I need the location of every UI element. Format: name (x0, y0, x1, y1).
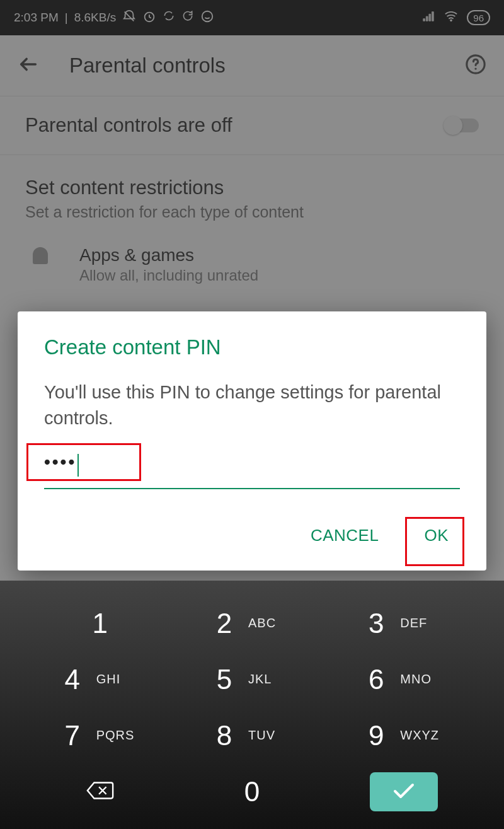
key-5-lbl: JKL (248, 672, 292, 687)
key-2-num: 2 (212, 608, 237, 639)
key-3-lbl: DEF (400, 616, 444, 630)
key-7-num: 7 (60, 720, 85, 751)
key-backspace[interactable] (30, 765, 169, 818)
key-7-lbl: PQRS (96, 728, 140, 743)
key-7[interactable]: 7PQRS (30, 709, 169, 762)
annotation-box-pin (26, 443, 141, 481)
numeric-keypad: 1 2ABC 3DEF 4GHI 5JKL 6MNO 7PQRS 8TUV 9W… (0, 581, 504, 829)
key-0-num: 0 (239, 776, 265, 808)
key-6-num: 6 (364, 664, 389, 695)
key-1-num: 1 (88, 608, 113, 639)
create-pin-dialog: Create content PIN You'll use this PIN t… (18, 311, 486, 571)
key-4-lbl: GHI (96, 672, 140, 687)
pin-input[interactable]: •••• (44, 452, 460, 489)
done-button (370, 772, 438, 811)
key-9-num: 9 (364, 720, 389, 751)
key-8[interactable]: 8TUV (182, 709, 321, 762)
dialog-title: Create content PIN (44, 335, 460, 359)
key-8-num: 8 (212, 720, 237, 751)
key-2[interactable]: 2ABC (182, 597, 321, 649)
key-6[interactable]: 6MNO (335, 653, 474, 705)
key-5-num: 5 (212, 664, 237, 695)
cancel-button[interactable]: CANCEL (299, 517, 390, 554)
key-1[interactable]: 1 (30, 597, 169, 649)
key-4-num: 4 (60, 664, 85, 695)
key-4[interactable]: 4GHI (30, 653, 169, 705)
key-9[interactable]: 9WXYZ (335, 709, 474, 762)
dialog-body: You'll use this PIN to change settings f… (44, 380, 460, 431)
key-6-lbl: MNO (400, 672, 444, 687)
key-0[interactable]: 0 (182, 765, 321, 818)
check-icon (391, 781, 416, 803)
key-done[interactable] (335, 765, 474, 818)
key-3[interactable]: 3DEF (335, 597, 474, 649)
key-3-num: 3 (364, 608, 389, 639)
backspace-icon (86, 780, 115, 804)
key-9-lbl: WXYZ (400, 728, 444, 743)
key-5[interactable]: 5JKL (182, 653, 321, 705)
key-8-lbl: TUV (248, 728, 292, 743)
annotation-box-ok (405, 517, 464, 566)
key-2-lbl: ABC (248, 616, 292, 630)
